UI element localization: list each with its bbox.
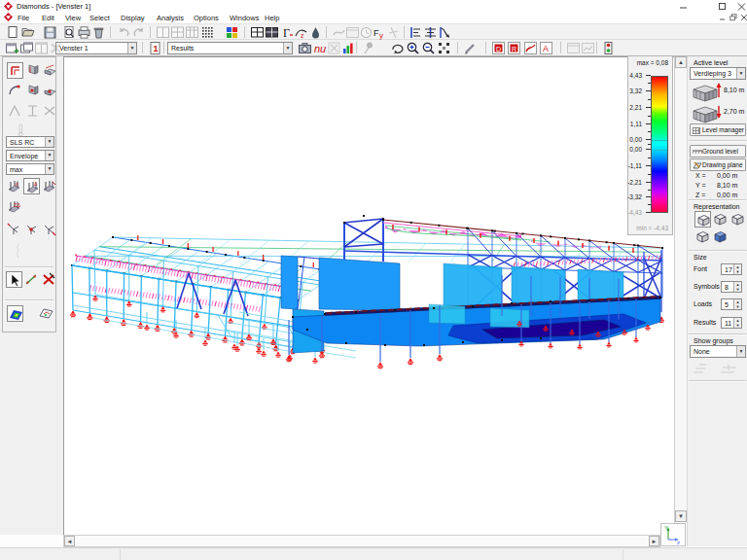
align-curve-icon[interactable] xyxy=(438,25,452,40)
show-reactions-icon[interactable]: R xyxy=(507,41,521,55)
select-cursor-icon[interactable] xyxy=(6,271,22,288)
draw-wall-icon[interactable] xyxy=(24,62,41,79)
snapshot-icon[interactable] xyxy=(298,41,312,55)
representation-mode-1-icon[interactable] xyxy=(694,211,711,228)
reaction-1-icon[interactable] xyxy=(6,221,22,237)
deformation-icon[interactable]: z xyxy=(294,25,308,40)
new-document-icon[interactable] xyxy=(6,25,20,40)
maximize-button[interactable] xyxy=(717,2,727,11)
menu-windows[interactable]: Windows xyxy=(230,14,259,22)
level-manager-button[interactable]: Level manager xyxy=(690,123,746,136)
result-displacement-icon[interactable]: σ xyxy=(6,178,22,194)
scroll-up-button[interactable]: ▲ xyxy=(675,56,687,68)
horizontal-scrollbar[interactable]: ◄ ► xyxy=(63,535,660,547)
tile-windows-icon[interactable] xyxy=(34,41,49,55)
window-gray-icon[interactable] xyxy=(345,25,360,40)
measure-icon[interactable] xyxy=(463,41,478,55)
save-icon[interactable] xyxy=(43,25,57,40)
delete-selection-icon[interactable] xyxy=(41,271,57,288)
results-disabled-icon[interactable] xyxy=(327,41,341,55)
menu-analysis[interactable]: Analysis xyxy=(157,14,184,22)
align-left-icon[interactable] xyxy=(409,25,423,40)
close-button[interactable] xyxy=(736,2,746,11)
print-icon[interactable] xyxy=(77,25,91,40)
single-page-icon[interactable]: 1 xyxy=(148,41,162,55)
window-stat-icon[interactable] xyxy=(566,41,581,55)
draw-arc-icon[interactable] xyxy=(7,83,23,99)
frame-tool-3-icon[interactable] xyxy=(42,103,58,120)
show-diagram-icon[interactable] xyxy=(523,41,538,55)
menu-help[interactable]: Help xyxy=(265,14,279,22)
mdi-close-button[interactable] xyxy=(740,14,747,21)
menu-select[interactable]: Select xyxy=(89,14,110,22)
mdi-minimize-button[interactable] xyxy=(719,14,727,21)
contour-plot-icon[interactable] xyxy=(7,305,23,322)
representation-mode-2-icon[interactable] xyxy=(712,211,729,228)
ink-icon[interactable] xyxy=(308,25,323,40)
representation-mode-5-icon[interactable] xyxy=(712,228,729,245)
orbit-view-icon[interactable] xyxy=(390,41,405,55)
result-envelope-icon[interactable]: ΣΔ xyxy=(6,198,22,215)
active-level-select[interactable]: Verdieping 3▼ xyxy=(690,67,746,80)
result-force-icon[interactable] xyxy=(41,178,57,194)
menu-edit[interactable]: Edit xyxy=(42,14,54,22)
mesh-filled-icon[interactable] xyxy=(265,25,279,40)
delete-icon[interactable] xyxy=(91,25,106,40)
size-symbols-stepper[interactable]: 8▲▼ xyxy=(721,281,742,293)
close-window-icon[interactable] xyxy=(49,41,63,55)
draw-plate-icon[interactable] xyxy=(42,83,58,99)
undo-icon[interactable] xyxy=(117,25,131,40)
window-stat2-icon[interactable] xyxy=(581,41,595,55)
redo-icon[interactable] xyxy=(131,25,146,40)
draw-beam-icon[interactable] xyxy=(42,62,58,79)
representation-mode-3-icon[interactable] xyxy=(729,211,746,228)
size-loads-stepper[interactable]: 5▲▼ xyxy=(721,298,742,310)
show-annotations-icon[interactable]: A xyxy=(539,41,553,55)
menu-view[interactable]: View xyxy=(65,14,81,22)
diagram-slash-icon[interactable] xyxy=(386,25,401,40)
align-center-icon[interactable] xyxy=(423,25,438,40)
draw-forces-icon[interactable] xyxy=(7,62,23,79)
snap-grid-icon[interactable] xyxy=(200,25,215,40)
render-view-icon[interactable] xyxy=(225,25,239,40)
minimize-button[interactable] xyxy=(679,2,689,11)
draw-column-icon[interactable] xyxy=(24,83,41,99)
mesh-icon[interactable] xyxy=(250,25,265,40)
results-nu-icon[interactable]: nu xyxy=(312,41,327,55)
show-displacements-icon[interactable]: D xyxy=(491,41,506,55)
window-select[interactable]: Venster 1▼ xyxy=(55,42,137,54)
window-split-icon[interactable] xyxy=(156,25,170,40)
pin-view-icon[interactable] xyxy=(361,41,375,55)
analysis-status-icon[interactable] xyxy=(601,41,616,55)
size-font-stepper[interactable]: 17▲▼ xyxy=(721,263,742,275)
plate-results-icon[interactable] xyxy=(38,305,54,322)
mdi-restore-button[interactable] xyxy=(729,14,737,21)
window-split-h-icon[interactable] xyxy=(170,25,185,40)
scroll-down-button[interactable]: ▼ xyxy=(675,510,687,522)
model-viewport[interactable] xyxy=(63,56,674,535)
load-case-select[interactable]: SLS RC▼ xyxy=(6,136,54,148)
zoom-in-icon[interactable] xyxy=(406,41,420,55)
influence-line-icon[interactable] xyxy=(332,25,346,40)
scroll-right-button[interactable]: ► xyxy=(649,536,659,546)
reaction-2-icon[interactable] xyxy=(23,221,40,237)
size-results-stepper[interactable]: 11▲▼ xyxy=(721,317,742,329)
representation-mode-4-icon[interactable] xyxy=(694,228,711,245)
section-gamma-icon[interactable]: Γ xyxy=(280,25,295,40)
menu-options[interactable]: Options xyxy=(194,14,219,22)
drawing-plane-button[interactable]: Drawing plane xyxy=(690,158,746,171)
envelope-select[interactable]: Envelope▼ xyxy=(6,150,54,161)
results-palette-icon[interactable] xyxy=(341,41,356,55)
measure-tool-icon[interactable] xyxy=(23,271,40,288)
show-groups-select[interactable]: None▼ xyxy=(690,345,746,358)
force-fy-icon[interactable]: Fy xyxy=(373,25,387,40)
menu-display[interactable]: Display xyxy=(121,14,145,22)
ground-level-button[interactable]: Ground level xyxy=(690,145,746,158)
vertical-scrollbar[interactable]: ▲ ▼ xyxy=(674,56,687,523)
brace-small-icon[interactable]: {{ xyxy=(11,241,27,258)
reaction-3-icon[interactable] xyxy=(41,221,57,237)
zoom-fit-icon[interactable] xyxy=(437,41,451,55)
new-window-icon[interactable] xyxy=(5,41,19,55)
zoom-out-icon[interactable] xyxy=(421,41,436,55)
window-grid-icon[interactable] xyxy=(185,25,199,40)
